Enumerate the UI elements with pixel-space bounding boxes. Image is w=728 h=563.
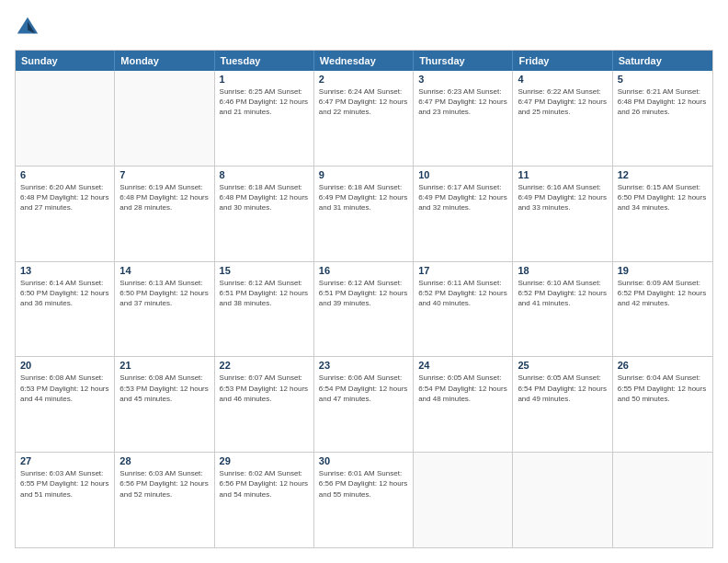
calendar-cell: 18Sunrise: 6:10 AM Sunset: 6:52 PM Dayli…	[513, 262, 612, 357]
day-info: Sunrise: 6:01 AM Sunset: 6:56 PM Dayligh…	[319, 468, 408, 500]
day-info: Sunrise: 6:21 AM Sunset: 6:48 PM Dayligh…	[618, 86, 708, 118]
calendar-cell: 13Sunrise: 6:14 AM Sunset: 6:50 PM Dayli…	[16, 262, 115, 357]
day-info: Sunrise: 6:05 AM Sunset: 6:54 PM Dayligh…	[418, 373, 507, 404]
day-of-week-friday: Friday	[513, 51, 612, 71]
day-info: Sunrise: 6:16 AM Sunset: 6:49 PM Dayligh…	[518, 182, 607, 213]
logo-icon	[15, 15, 40, 40]
day-number: 4	[518, 74, 607, 85]
calendar-cell	[16, 71, 115, 166]
day-of-week-wednesday: Wednesday	[314, 51, 414, 71]
day-info: Sunrise: 6:07 AM Sunset: 6:53 PM Dayligh…	[220, 373, 309, 404]
day-info: Sunrise: 6:24 AM Sunset: 6:47 PM Dayligh…	[319, 86, 408, 118]
day-number: 25	[518, 360, 607, 371]
day-number: 30	[319, 455, 408, 466]
calendar-row-5: 27Sunrise: 6:03 AM Sunset: 6:55 PM Dayli…	[16, 453, 712, 547]
calendar-cell: 27Sunrise: 6:03 AM Sunset: 6:55 PM Dayli…	[16, 453, 115, 547]
day-number: 2	[319, 74, 408, 85]
day-info: Sunrise: 6:11 AM Sunset: 6:52 PM Dayligh…	[418, 278, 507, 309]
header	[15, 15, 713, 40]
day-of-week-thursday: Thursday	[414, 51, 513, 71]
calendar-cell: 1Sunrise: 6:25 AM Sunset: 6:46 PM Daylig…	[215, 71, 314, 166]
day-info: Sunrise: 6:19 AM Sunset: 6:48 PM Dayligh…	[119, 182, 209, 213]
calendar-cell: 12Sunrise: 6:15 AM Sunset: 6:50 PM Dayli…	[613, 167, 712, 261]
calendar-cell: 21Sunrise: 6:08 AM Sunset: 6:53 PM Dayli…	[115, 357, 214, 452]
day-number: 24	[418, 360, 507, 371]
calendar-header: SundayMondayTuesdayWednesdayThursdayFrid…	[16, 51, 712, 71]
logo	[15, 15, 44, 40]
calendar-cell: 9Sunrise: 6:18 AM Sunset: 6:49 PM Daylig…	[314, 167, 414, 261]
day-info: Sunrise: 6:03 AM Sunset: 6:55 PM Dayligh…	[20, 468, 109, 500]
day-info: Sunrise: 6:02 AM Sunset: 6:56 PM Dayligh…	[220, 468, 309, 500]
day-number: 26	[618, 360, 708, 371]
day-number: 21	[119, 360, 209, 371]
day-of-week-tuesday: Tuesday	[215, 51, 314, 71]
calendar-cell: 10Sunrise: 6:17 AM Sunset: 6:49 PM Dayli…	[414, 167, 513, 261]
day-number: 19	[618, 265, 708, 276]
day-info: Sunrise: 6:20 AM Sunset: 6:48 PM Dayligh…	[20, 182, 109, 213]
calendar-row-4: 20Sunrise: 6:08 AM Sunset: 6:53 PM Dayli…	[16, 357, 712, 453]
day-info: Sunrise: 6:05 AM Sunset: 6:54 PM Dayligh…	[518, 373, 607, 404]
day-info: Sunrise: 6:09 AM Sunset: 6:52 PM Dayligh…	[618, 278, 708, 309]
day-info: Sunrise: 6:25 AM Sunset: 6:46 PM Dayligh…	[220, 86, 309, 118]
day-info: Sunrise: 6:03 AM Sunset: 6:56 PM Dayligh…	[119, 468, 209, 500]
day-info: Sunrise: 6:13 AM Sunset: 6:50 PM Dayligh…	[119, 278, 209, 309]
day-info: Sunrise: 6:18 AM Sunset: 6:49 PM Dayligh…	[319, 182, 408, 213]
calendar-cell: 26Sunrise: 6:04 AM Sunset: 6:55 PM Dayli…	[613, 357, 712, 452]
day-info: Sunrise: 6:08 AM Sunset: 6:53 PM Dayligh…	[20, 373, 109, 404]
calendar-cell: 17Sunrise: 6:11 AM Sunset: 6:52 PM Dayli…	[414, 262, 513, 357]
day-number: 28	[119, 455, 209, 466]
calendar-cell: 6Sunrise: 6:20 AM Sunset: 6:48 PM Daylig…	[16, 167, 115, 261]
calendar-cell: 22Sunrise: 6:07 AM Sunset: 6:53 PM Dayli…	[215, 357, 314, 452]
calendar-cell: 15Sunrise: 6:12 AM Sunset: 6:51 PM Dayli…	[215, 262, 314, 357]
calendar-cell: 4Sunrise: 6:22 AM Sunset: 6:47 PM Daylig…	[513, 71, 612, 166]
day-info: Sunrise: 6:15 AM Sunset: 6:50 PM Dayligh…	[618, 182, 708, 213]
day-number: 7	[119, 169, 209, 180]
calendar-cell: 7Sunrise: 6:19 AM Sunset: 6:48 PM Daylig…	[115, 167, 214, 261]
day-number: 6	[20, 169, 109, 180]
day-info: Sunrise: 6:12 AM Sunset: 6:51 PM Dayligh…	[220, 278, 309, 309]
day-of-week-sunday: Sunday	[16, 51, 115, 71]
calendar-cell: 20Sunrise: 6:08 AM Sunset: 6:53 PM Dayli…	[16, 357, 115, 452]
calendar-row-1: 1Sunrise: 6:25 AM Sunset: 6:46 PM Daylig…	[16, 71, 712, 167]
calendar-cell: 28Sunrise: 6:03 AM Sunset: 6:56 PM Dayli…	[115, 453, 214, 547]
calendar-cell: 16Sunrise: 6:12 AM Sunset: 6:51 PM Dayli…	[314, 262, 414, 357]
day-number: 13	[20, 265, 109, 276]
day-info: Sunrise: 6:18 AM Sunset: 6:48 PM Dayligh…	[220, 182, 309, 213]
day-number: 22	[220, 360, 309, 371]
page: SundayMondayTuesdayWednesdayThursdayFrid…	[0, 0, 728, 563]
calendar-cell: 11Sunrise: 6:16 AM Sunset: 6:49 PM Dayli…	[513, 167, 612, 261]
day-info: Sunrise: 6:10 AM Sunset: 6:52 PM Dayligh…	[518, 278, 607, 309]
calendar-cell: 2Sunrise: 6:24 AM Sunset: 6:47 PM Daylig…	[314, 71, 414, 166]
day-number: 1	[220, 74, 309, 85]
day-number: 16	[319, 265, 408, 276]
calendar-cell: 23Sunrise: 6:06 AM Sunset: 6:54 PM Dayli…	[314, 357, 414, 452]
calendar-row-2: 6Sunrise: 6:20 AM Sunset: 6:48 PM Daylig…	[16, 167, 712, 262]
calendar-cell: 3Sunrise: 6:23 AM Sunset: 6:47 PM Daylig…	[414, 71, 513, 166]
day-info: Sunrise: 6:12 AM Sunset: 6:51 PM Dayligh…	[319, 278, 408, 309]
calendar-cell: 19Sunrise: 6:09 AM Sunset: 6:52 PM Dayli…	[613, 262, 712, 357]
calendar-cell: 8Sunrise: 6:18 AM Sunset: 6:48 PM Daylig…	[215, 167, 314, 261]
day-info: Sunrise: 6:04 AM Sunset: 6:55 PM Dayligh…	[618, 373, 708, 404]
day-number: 20	[20, 360, 109, 371]
calendar-cell: 30Sunrise: 6:01 AM Sunset: 6:56 PM Dayli…	[314, 453, 414, 547]
calendar-cell: 24Sunrise: 6:05 AM Sunset: 6:54 PM Dayli…	[414, 357, 513, 452]
day-number: 18	[518, 265, 607, 276]
calendar-cell: 14Sunrise: 6:13 AM Sunset: 6:50 PM Dayli…	[115, 262, 214, 357]
day-number: 27	[20, 455, 109, 466]
day-number: 23	[319, 360, 408, 371]
calendar-cell	[414, 453, 513, 547]
day-info: Sunrise: 6:22 AM Sunset: 6:47 PM Dayligh…	[518, 86, 607, 118]
day-number: 9	[319, 169, 408, 180]
day-number: 3	[418, 74, 507, 85]
day-number: 17	[418, 265, 507, 276]
calendar-body: 1Sunrise: 6:25 AM Sunset: 6:46 PM Daylig…	[16, 71, 712, 547]
day-info: Sunrise: 6:14 AM Sunset: 6:50 PM Dayligh…	[20, 278, 109, 309]
calendar-row-3: 13Sunrise: 6:14 AM Sunset: 6:50 PM Dayli…	[16, 262, 712, 358]
calendar-cell: 5Sunrise: 6:21 AM Sunset: 6:48 PM Daylig…	[613, 71, 712, 166]
calendar-cell: 25Sunrise: 6:05 AM Sunset: 6:54 PM Dayli…	[513, 357, 612, 452]
day-info: Sunrise: 6:08 AM Sunset: 6:53 PM Dayligh…	[119, 373, 209, 404]
calendar: SundayMondayTuesdayWednesdayThursdayFrid…	[15, 50, 713, 548]
day-number: 10	[418, 169, 507, 180]
day-number: 8	[220, 169, 309, 180]
day-number: 12	[618, 169, 708, 180]
